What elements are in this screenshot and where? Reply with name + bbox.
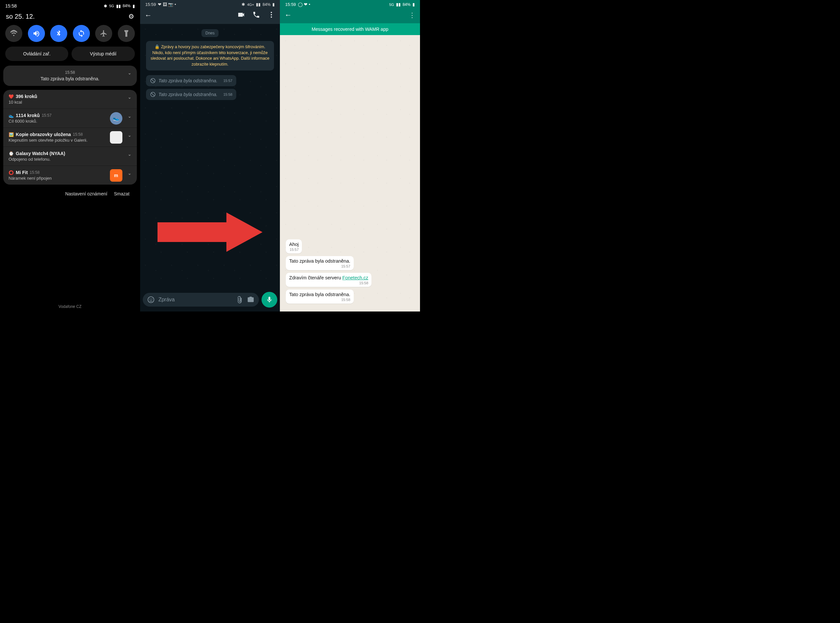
wifi-toggle[interactable] (5, 25, 22, 42)
signal-icon: ▮▮ (396, 2, 401, 7)
status-time: 15:58 (5, 3, 17, 9)
heart-icon: ❤️ (9, 94, 14, 99)
voice-record-button[interactable] (262, 292, 277, 308)
message-text: Zdravím čtenáře serveru Fonetech.cz (289, 275, 368, 280)
notif-sub: 10 kcal (9, 100, 132, 104)
battery-percent: 84% (263, 2, 270, 7)
emoji-icon[interactable] (147, 296, 155, 303)
notif-thumbnail: 👟 (110, 112, 122, 124)
back-arrow-icon[interactable]: ← (285, 11, 292, 19)
device-control-button[interactable]: Ovládání zař. (5, 46, 68, 61)
wamr-body[interactable]: Ahoj 15:57 Tato zpráva byla odstraněna. … (280, 35, 420, 312)
status-bar: 15:59◯ ❤ • 5G▮▮84%▮ (280, 0, 420, 8)
back-arrow-icon[interactable]: ← (145, 11, 152, 20)
chevron-down-icon[interactable]: ⌄ (128, 94, 132, 100)
status-app-icons: ❤ 🖼 📷 • (158, 2, 176, 7)
encryption-notice[interactable]: 🔒 Zprávy a hovory jsou zabezpečeny konco… (146, 41, 274, 71)
status-icons: ✱ 5G ▮▮ 84% ▮ (104, 4, 135, 9)
deleted-message[interactable]: Tato zpráva byla odstraněna. 15:57 (146, 75, 237, 86)
chevron-down-icon[interactable]: ⌄ (128, 152, 132, 157)
image-icon: 🖼️ (9, 132, 14, 137)
notif-time: 15:58 (30, 170, 40, 175)
status-app-icons: ◯ ❤ • (298, 2, 311, 7)
status-bar: 15:59❤ 🖼 📷 • ✱4G+▮▮84%▮ (140, 0, 280, 8)
date-chip: Dnes (202, 29, 218, 37)
message-input[interactable]: Zpráva (143, 293, 259, 307)
recovered-message[interactable]: Ahoj 15:57 (286, 239, 302, 253)
notif-title: 1114 kroků (16, 113, 40, 118)
message-time: 15:57 (223, 79, 232, 83)
notification-group: ⌄ ❤️396 kroků 10 kcal ⌄ 👟 👟1114 kroků 15… (3, 90, 137, 185)
chevron-down-icon[interactable]: ⌄ (128, 114, 132, 119)
notification-steps-goal[interactable]: ⌄ 👟 👟1114 kroků 15:57 Cíl 6000 kroků. (3, 109, 137, 128)
recovered-message[interactable]: Tato zpráva byla odstraněna. 15:57 (286, 256, 353, 270)
deleted-text: Tato zpráva byla odstraněna. (158, 78, 217, 83)
chevron-down-icon[interactable]: ⌄ (128, 70, 132, 75)
notification-actions: Nastavení oznámení Smazat (3, 189, 137, 196)
message-text: Tato zpráva byla odstraněna. (289, 292, 350, 297)
fonetech-link[interactable]: Fonetech.cz (342, 275, 368, 280)
deleted-text: Tato zpráva byla odstraněna. (158, 92, 217, 97)
recovered-message[interactable]: Zdravím čtenáře serveru Fonetech.cz 15:5… (286, 273, 371, 287)
notification-list: ⌄ 15:58 Tato zpráva byla odstraněna. ⌄ ❤… (0, 66, 140, 196)
recovered-message[interactable]: Tato zpráva byla odstraněna. 15:58 (286, 290, 353, 304)
notif-time: 15:58 (73, 132, 83, 137)
notification-watch[interactable]: ⌄ ⌚Galaxy Watch4 (NYAA) Odpojeno od tele… (3, 147, 137, 166)
quick-settings-row (0, 25, 140, 46)
attach-icon[interactable] (236, 296, 243, 303)
shoe-icon: 👟 (9, 113, 14, 118)
voice-call-icon[interactable] (252, 11, 260, 20)
airplane-toggle[interactable] (95, 25, 112, 42)
notif-thumbnail: m (110, 169, 122, 182)
network-badge: 5G (389, 3, 394, 6)
date-label: so 25. 12. (6, 13, 35, 20)
notif-title: Kopie obrazovky uložena (16, 132, 71, 137)
notification-mifit[interactable]: ⌄ m ⭕Mi Fit 15:58 Náramek není připojen (3, 166, 137, 185)
notification-settings-link[interactable]: Nastavení oznámení (65, 191, 107, 196)
notif-text: Tato zpráva byla odstraněna. (9, 76, 132, 81)
chat-body[interactable]: Dnes 🔒 Zprávy a hovory jsou zabezpečeny … (140, 24, 280, 289)
more-menu-icon[interactable] (268, 11, 275, 20)
message-time: 15:58 (289, 281, 368, 285)
network-badge: 4G+ (247, 3, 254, 6)
chat-header: ← (140, 8, 280, 24)
notification-screenshot[interactable]: ⌄ 🖼️Kopie obrazovky uložena 15:58 Klepnu… (3, 128, 137, 147)
message-time: 15:58 (223, 92, 232, 97)
video-call-icon[interactable] (237, 11, 245, 20)
notification-steps[interactable]: ⌄ ❤️396 kroků 10 kcal (3, 90, 137, 109)
signal-icon: ▮▮ (116, 4, 121, 9)
svg-point-1 (271, 14, 272, 15)
notif-title: Mi Fit (16, 170, 28, 175)
prohibited-icon (150, 92, 156, 97)
prohibited-icon (150, 78, 156, 84)
svg-point-2 (271, 16, 272, 18)
svg-point-0 (271, 12, 272, 13)
notification-shade-panel: 15:58 ✱ 5G ▮▮ 84% ▮ so 25. 12. ⚙ Ovládán… (0, 0, 140, 312)
media-output-button[interactable]: Výstup médií (72, 46, 135, 61)
more-menu-icon[interactable]: ⋮ (409, 11, 415, 19)
status-time: 15:59 (145, 2, 156, 7)
whatsapp-chat-panel: 15:59❤ 🖼 📷 • ✱4G+▮▮84%▮ ← Dnes 🔒 Zprávy … (140, 0, 280, 312)
sound-toggle[interactable] (28, 25, 45, 42)
notif-time: 15:57 (42, 113, 52, 118)
battery-percent: 84% (403, 2, 411, 7)
chevron-down-icon[interactable]: ⌄ (128, 170, 132, 176)
status-time: 15:59 (285, 2, 296, 7)
clear-all-button[interactable]: Smazat (114, 191, 129, 196)
battery-icon: ▮ (272, 2, 275, 7)
chat-input-row: Zpráva (140, 289, 280, 312)
camera-icon[interactable] (247, 296, 254, 303)
input-placeholder: Zpráva (158, 297, 232, 303)
notification-deleted-message[interactable]: ⌄ 15:58 Tato zpráva byla odstraněna. (3, 66, 137, 86)
bluetooth-toggle[interactable] (50, 25, 67, 42)
deleted-message[interactable]: Tato zpráva byla odstraněna. 15:58 (146, 89, 237, 100)
settings-gear-icon[interactable]: ⚙ (128, 12, 134, 20)
chevron-down-icon[interactable]: ⌄ (128, 132, 132, 138)
date-row: so 25. 12. ⚙ (0, 10, 140, 25)
status-bar: 15:58 ✱ 5G ▮▮ 84% ▮ (0, 0, 140, 10)
rotate-toggle[interactable] (73, 25, 90, 42)
message-text: Tato zpráva byla odstraněna. (289, 258, 350, 264)
flashlight-toggle[interactable] (118, 25, 135, 42)
message-time: 15:58 (289, 298, 350, 302)
network-badge: 5G (109, 4, 114, 8)
